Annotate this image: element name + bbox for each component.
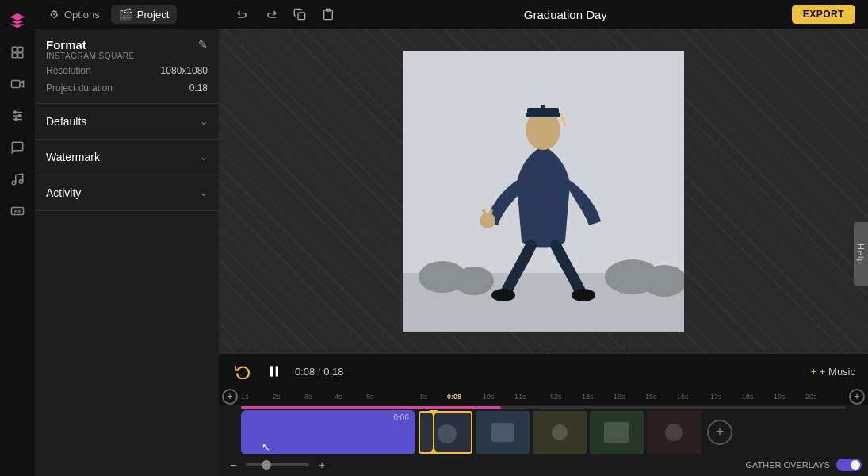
defaults-chevron-icon: ⌄	[200, 116, 208, 127]
duration-label: Project duration	[46, 83, 113, 94]
watermark-chevron-icon: ⌄	[200, 152, 208, 163]
current-time: 0:08	[295, 366, 315, 378]
zoom-slider-thumb[interactable]	[262, 460, 271, 470]
top-bar: Graduation Day EXPORT	[219, 0, 868, 29]
svg-point-11	[12, 181, 16, 185]
chat-icon[interactable]	[3, 133, 32, 162]
ruler-mark-2s: 2s	[273, 393, 281, 401]
zoom-in-button[interactable]: +	[314, 457, 330, 473]
ruler-mark-1s: 1s	[241, 393, 249, 401]
svg-point-39	[552, 424, 568, 440]
watermark-title: Watermark	[46, 151, 100, 163]
duration-row: Project duration 0:18	[46, 79, 208, 97]
music-icon[interactable]	[3, 165, 32, 194]
svg-rect-3	[18, 53, 23, 58]
svg-rect-0	[12, 47, 17, 52]
svg-rect-33	[276, 366, 278, 376]
thumb-clip-5[interactable]	[647, 411, 701, 454]
export-button[interactable]: EXPORT	[792, 5, 855, 24]
cursor-icon: ↖	[262, 441, 270, 453]
ruler-mark-13s: 13s	[582, 393, 594, 401]
svg-rect-2	[12, 53, 17, 58]
nav-tabs: ⚙ Options 🎬 Project	[35, 0, 219, 29]
preview-area	[219, 29, 868, 354]
time-display: 0:08 / 0:18	[295, 366, 343, 378]
pause-button[interactable]	[263, 360, 285, 382]
add-clip-start-button[interactable]: +	[222, 389, 238, 405]
undo-button[interactable]	[231, 3, 254, 25]
gather-overlays-toggle[interactable]	[836, 459, 862, 471]
svg-rect-4	[12, 81, 21, 88]
tab-options[interactable]: ⚙ Options	[41, 5, 108, 24]
ruler-mark-008: 0:08	[447, 393, 461, 401]
ruler-mark-3s: 3s	[304, 393, 312, 401]
svg-point-35	[438, 424, 457, 443]
thumb-clip-1[interactable]	[419, 411, 472, 454]
tab-project[interactable]: 🎬 Project	[111, 5, 177, 24]
svg-point-30	[491, 289, 515, 301]
svg-point-43	[665, 424, 683, 441]
activity-section: Activity ⌄	[35, 175, 219, 211]
svg-line-28	[484, 209, 485, 216]
format-header: Format INSTAGRAM SQUARE ✎	[46, 38, 208, 60]
project-icon: 🎬	[119, 8, 132, 21]
playback-bar: 0:08 / 0:18 + + Music	[219, 354, 868, 389]
thumb-clip-4[interactable]	[590, 411, 644, 454]
options-icon: ⚙	[49, 8, 59, 21]
watermark-header[interactable]: Watermark ⌄	[35, 140, 219, 175]
ruler-mark-17s: 17s	[710, 393, 722, 401]
edit-format-button[interactable]: ✎	[198, 38, 208, 51]
filters-icon[interactable]	[3, 102, 32, 130]
activity-header[interactable]: Activity ⌄	[35, 175, 219, 210]
format-title: Format	[46, 38, 135, 52]
add-clip-end-button[interactable]: +	[849, 389, 865, 405]
format-title-block: Format INSTAGRAM SQUARE	[46, 38, 135, 60]
timeline-area: + 1s 2s 3s 4s 5s 8s 0:08 10s 11s 52s 13s…	[219, 389, 868, 476]
svg-line-29	[490, 209, 491, 216]
project-title: Graduation Day	[524, 8, 607, 21]
ruler-mark-16s-2: 16s	[677, 393, 689, 401]
svg-point-27	[480, 213, 495, 228]
ruler-mark-18s: 18s	[742, 393, 754, 401]
toolbar-left	[231, 3, 339, 25]
paste-button[interactable]	[317, 3, 339, 25]
captions-icon[interactable]	[3, 197, 32, 225]
toggle-thumb	[851, 460, 860, 470]
clip-duration: 0:06	[394, 413, 409, 422]
svg-rect-1	[18, 47, 23, 52]
main-clip[interactable]: 0:06 ↖ Placeholder Clip	[241, 410, 415, 454]
video-icon[interactable]	[3, 70, 32, 98]
duration-value: 0:18	[189, 83, 208, 94]
resolution-value: 1080x1080	[161, 65, 208, 76]
loop-button[interactable]	[231, 360, 254, 382]
ruler-mark-20s: 20s	[805, 393, 817, 401]
gather-overlays: GATHER OVERLAYS	[745, 459, 862, 471]
svg-rect-37	[491, 423, 514, 442]
files-icon[interactable]	[3, 38, 32, 67]
thumb-clip-3[interactable]	[533, 411, 587, 454]
logo-icon[interactable]	[3, 6, 32, 35]
format-subtitle: INSTAGRAM SQUARE	[46, 52, 135, 60]
thumb-clip-2[interactable]	[476, 411, 530, 454]
main-area: Graduation Day EXPORT	[219, 0, 868, 476]
svg-rect-41	[604, 422, 629, 443]
ruler-mark-15s: 15s	[645, 393, 657, 401]
add-clip-button[interactable]: +	[707, 420, 732, 445]
resolution-label: Resolution	[46, 65, 91, 76]
preview-image	[403, 51, 684, 332]
defaults-title: Defaults	[46, 115, 86, 128]
copy-button[interactable]	[289, 3, 311, 25]
left-panel: ⚙ Options 🎬 Project Format INSTAGRAM SQU…	[35, 0, 219, 476]
watermark-section: Watermark ⌄	[35, 140, 219, 175]
zoom-slider[interactable]	[246, 463, 309, 466]
defaults-header[interactable]: Defaults ⌄	[35, 104, 219, 139]
total-time: 0:18	[323, 366, 343, 378]
svg-point-8	[14, 111, 17, 113]
help-button[interactable]: Help	[854, 222, 868, 286]
add-music-button[interactable]: + + Music	[811, 366, 855, 378]
svg-rect-14	[298, 13, 305, 20]
svg-point-12	[19, 180, 23, 184]
redo-button[interactable]	[260, 3, 282, 25]
svg-point-10	[15, 118, 17, 121]
zoom-out-button[interactable]: −	[225, 457, 241, 473]
